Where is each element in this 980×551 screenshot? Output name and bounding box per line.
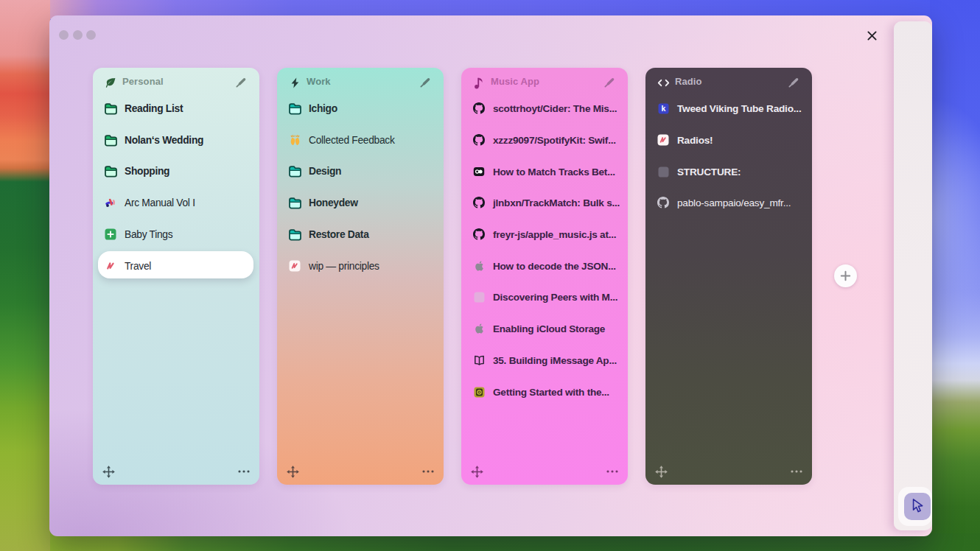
svg-text:k: k [661, 104, 665, 113]
